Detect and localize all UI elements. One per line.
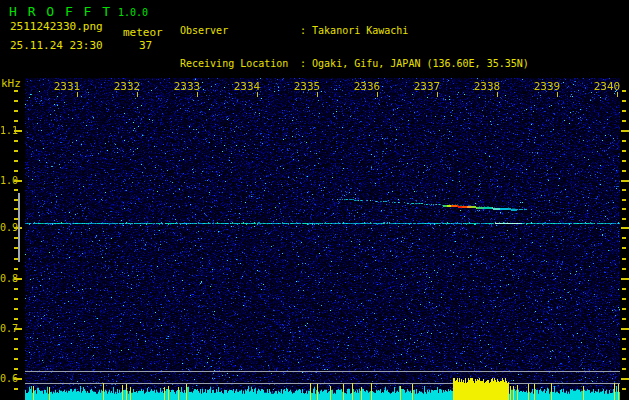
freq-minor-tick [14, 189, 18, 191]
freq-tick-label: 0.6 [0, 373, 13, 384]
freq-minor-tick [622, 140, 626, 142]
hrofft-window: H R O F F T 1.0.0 2511242330.png meteor … [0, 0, 629, 400]
time-minute-tick [377, 92, 378, 97]
freq-major-tick [14, 378, 22, 380]
meteor-search-band-marker [18, 193, 20, 262]
freq-minor-tick [622, 318, 626, 320]
freq-minor-tick [622, 150, 626, 152]
info-colon: : [294, 58, 312, 69]
freq-minor-tick [622, 258, 626, 260]
freq-minor-tick [14, 90, 18, 92]
freq-minor-tick [622, 110, 626, 112]
freq-minor-tick [14, 348, 18, 350]
freq-axis-unit-label: kHz [1, 77, 21, 90]
freq-minor-tick [14, 160, 18, 162]
freq-tick-label: 0.8 [0, 273, 13, 284]
freq-minor-tick [14, 388, 18, 390]
freq-minor-tick [14, 150, 18, 152]
time-minute-tick [497, 92, 498, 97]
freq-minor-tick [622, 368, 626, 370]
spectrogram-canvas [25, 78, 620, 400]
freq-tick-label: 0.9 [0, 222, 13, 233]
time-minute-tick [257, 92, 258, 97]
freq-minor-tick [622, 218, 626, 220]
time-minute-tick [617, 92, 618, 97]
freq-minor-tick [14, 170, 18, 172]
freq-minor-tick [14, 268, 18, 270]
freq-minor-tick [622, 288, 626, 290]
freq-minor-tick [622, 170, 626, 172]
freq-minor-tick [622, 308, 626, 310]
time-minute-tick [557, 92, 558, 97]
freq-minor-tick [14, 288, 18, 290]
freq-minor-tick [14, 318, 18, 320]
info-colon: : [294, 25, 312, 36]
freq-minor-tick [14, 358, 18, 360]
info-label: Observer [180, 25, 294, 36]
info-label: Receiving Location [180, 58, 294, 69]
freq-major-tick [621, 130, 629, 132]
time-minute-tick [137, 92, 138, 97]
freq-tick-label: 1.1 [0, 125, 13, 136]
freq-minor-tick [622, 90, 626, 92]
time-minute-tick [197, 92, 198, 97]
app-version: 1.0.0 [118, 7, 148, 18]
freq-tick-label: 0.7 [0, 323, 13, 334]
time-minute-tick [437, 92, 438, 97]
freq-minor-tick [622, 298, 626, 300]
time-minute-tick [317, 92, 318, 97]
freq-major-tick [621, 278, 629, 280]
freq-minor-tick [622, 338, 626, 340]
freq-minor-tick [14, 140, 18, 142]
observation-datetime: 25.11.24 23:30 [10, 39, 103, 52]
freq-major-tick [14, 278, 22, 280]
freq-minor-tick [622, 388, 626, 390]
freq-major-tick [621, 378, 629, 380]
freq-minor-tick [622, 189, 626, 191]
meteor-count: 37 [139, 39, 152, 52]
info-value: Takanori Kawachi [312, 25, 408, 36]
info-row-observer: Observer : Takanori Kawachi [180, 25, 529, 36]
freq-minor-tick [14, 308, 18, 310]
freq-minor-tick [622, 268, 626, 270]
freq-minor-tick [622, 199, 626, 201]
freq-tick-label: 1.0 [0, 175, 13, 186]
freq-major-tick [621, 180, 629, 182]
info-row-location: Receiving Location : Ogaki, Gifu, JAPAN … [180, 58, 529, 69]
freq-major-tick [14, 130, 22, 132]
freq-minor-tick [622, 160, 626, 162]
freq-minor-tick [14, 120, 18, 122]
app-title: H R O F F T [9, 4, 112, 19]
mode-label: meteor [123, 26, 163, 39]
freq-major-tick [14, 180, 22, 182]
freq-minor-tick [622, 358, 626, 360]
freq-minor-tick [14, 338, 18, 340]
freq-major-tick [14, 328, 22, 330]
freq-minor-tick [622, 208, 626, 210]
freq-minor-tick [622, 100, 626, 102]
time-minute-tick [77, 92, 78, 97]
info-value: Ogaki, Gifu, JAPAN (136.60E, 35.35N) [312, 58, 529, 69]
freq-major-tick [621, 227, 629, 229]
freq-minor-tick [14, 100, 18, 102]
freq-minor-tick [622, 348, 626, 350]
freq-minor-tick [14, 298, 18, 300]
freq-minor-tick [14, 368, 18, 370]
freq-minor-tick [622, 237, 626, 239]
output-filename: 2511242330.png [10, 20, 103, 33]
freq-minor-tick [14, 110, 18, 112]
freq-minor-tick [622, 120, 626, 122]
freq-major-tick [621, 328, 629, 330]
freq-minor-tick [622, 247, 626, 249]
